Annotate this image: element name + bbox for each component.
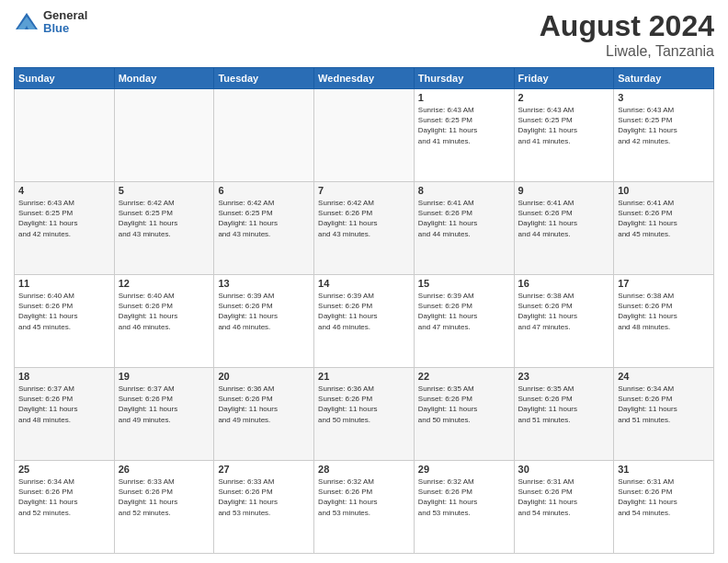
day-info: Sunrise: 6:35 AMSunset: 6:26 PMDaylight:… bbox=[518, 384, 610, 425]
header: General Blue August 2024 Liwale, Tanzani… bbox=[14, 9, 714, 60]
header-sunday: Sunday bbox=[15, 68, 115, 89]
table-row: 14Sunrise: 6:39 AMSunset: 6:26 PMDayligh… bbox=[314, 275, 415, 368]
header-friday: Friday bbox=[514, 68, 614, 89]
day-info: Sunrise: 6:37 AMSunset: 6:26 PMDaylight:… bbox=[18, 384, 110, 425]
day-number: 6 bbox=[218, 185, 310, 196]
day-info: Sunrise: 6:36 AMSunset: 6:26 PMDaylight:… bbox=[318, 384, 410, 425]
day-number: 5 bbox=[119, 185, 210, 196]
day-number: 9 bbox=[518, 185, 610, 196]
day-info: Sunrise: 6:37 AMSunset: 6:26 PMDaylight:… bbox=[119, 384, 210, 425]
day-number: 20 bbox=[218, 371, 310, 382]
day-info: Sunrise: 6:39 AMSunset: 6:26 PMDaylight:… bbox=[218, 291, 310, 332]
day-info: Sunrise: 6:42 AMSunset: 6:25 PMDaylight:… bbox=[218, 198, 310, 239]
day-number: 14 bbox=[318, 278, 410, 289]
day-info: Sunrise: 6:34 AMSunset: 6:26 PMDaylight:… bbox=[618, 384, 710, 425]
title-month: August 2024 bbox=[540, 9, 714, 43]
table-row: 9Sunrise: 6:41 AMSunset: 6:26 PMDaylight… bbox=[514, 182, 614, 275]
table-row: 23Sunrise: 6:35 AMSunset: 6:26 PMDayligh… bbox=[514, 368, 614, 461]
calendar-week-row: 18Sunrise: 6:37 AMSunset: 6:26 PMDayligh… bbox=[15, 368, 714, 461]
day-info: Sunrise: 6:42 AMSunset: 6:26 PMDaylight:… bbox=[318, 198, 410, 239]
table-row: 24Sunrise: 6:34 AMSunset: 6:26 PMDayligh… bbox=[614, 368, 714, 461]
logo-text: General Blue bbox=[43, 9, 87, 36]
calendar-header-row: Sunday Monday Tuesday Wednesday Thursday… bbox=[15, 68, 714, 89]
day-number: 11 bbox=[18, 278, 110, 289]
header-tuesday: Tuesday bbox=[214, 68, 314, 89]
table-row: 20Sunrise: 6:36 AMSunset: 6:26 PMDayligh… bbox=[214, 368, 314, 461]
day-number: 22 bbox=[418, 371, 510, 382]
table-row: 3Sunrise: 6:43 AMSunset: 6:25 PMDaylight… bbox=[614, 89, 714, 182]
day-info: Sunrise: 6:42 AMSunset: 6:25 PMDaylight:… bbox=[119, 198, 210, 239]
table-row: 2Sunrise: 6:43 AMSunset: 6:25 PMDaylight… bbox=[514, 89, 614, 182]
calendar-week-row: 25Sunrise: 6:34 AMSunset: 6:26 PMDayligh… bbox=[15, 461, 714, 554]
day-number: 19 bbox=[119, 371, 210, 382]
day-info: Sunrise: 6:36 AMSunset: 6:26 PMDaylight:… bbox=[218, 384, 310, 425]
table-row: 5Sunrise: 6:42 AMSunset: 6:25 PMDaylight… bbox=[114, 182, 214, 275]
day-info: Sunrise: 6:32 AMSunset: 6:26 PMDaylight:… bbox=[318, 477, 410, 518]
table-row: 10Sunrise: 6:41 AMSunset: 6:26 PMDayligh… bbox=[614, 182, 714, 275]
table-row: 17Sunrise: 6:38 AMSunset: 6:26 PMDayligh… bbox=[614, 275, 714, 368]
day-number: 4 bbox=[18, 185, 110, 196]
day-number: 27 bbox=[218, 464, 310, 475]
day-number: 17 bbox=[618, 278, 710, 289]
table-row: 11Sunrise: 6:40 AMSunset: 6:26 PMDayligh… bbox=[15, 275, 115, 368]
table-row: 29Sunrise: 6:32 AMSunset: 6:26 PMDayligh… bbox=[414, 461, 514, 554]
table-row: 6Sunrise: 6:42 AMSunset: 6:25 PMDaylight… bbox=[214, 182, 314, 275]
day-number: 1 bbox=[418, 92, 510, 103]
day-info: Sunrise: 6:34 AMSunset: 6:26 PMDaylight:… bbox=[18, 477, 110, 518]
table-row: 26Sunrise: 6:33 AMSunset: 6:26 PMDayligh… bbox=[114, 461, 214, 554]
day-info: Sunrise: 6:39 AMSunset: 6:26 PMDaylight:… bbox=[318, 291, 410, 332]
calendar-week-row: 4Sunrise: 6:43 AMSunset: 6:25 PMDaylight… bbox=[15, 182, 714, 275]
table-row: 4Sunrise: 6:43 AMSunset: 6:25 PMDaylight… bbox=[15, 182, 115, 275]
table-row: 22Sunrise: 6:35 AMSunset: 6:26 PMDayligh… bbox=[414, 368, 514, 461]
day-info: Sunrise: 6:39 AMSunset: 6:26 PMDaylight:… bbox=[418, 291, 510, 332]
day-info: Sunrise: 6:41 AMSunset: 6:26 PMDaylight:… bbox=[518, 198, 610, 239]
calendar-table: Sunday Monday Tuesday Wednesday Thursday… bbox=[14, 67, 714, 554]
day-info: Sunrise: 6:33 AMSunset: 6:26 PMDaylight:… bbox=[218, 477, 310, 518]
day-info: Sunrise: 6:31 AMSunset: 6:26 PMDaylight:… bbox=[518, 477, 610, 518]
table-row: 21Sunrise: 6:36 AMSunset: 6:26 PMDayligh… bbox=[314, 368, 415, 461]
calendar-week-row: 11Sunrise: 6:40 AMSunset: 6:26 PMDayligh… bbox=[15, 275, 714, 368]
day-info: Sunrise: 6:35 AMSunset: 6:26 PMDaylight:… bbox=[418, 384, 510, 425]
day-number: 3 bbox=[618, 92, 710, 103]
day-number: 16 bbox=[518, 278, 610, 289]
day-number: 8 bbox=[418, 185, 510, 196]
page: General Blue August 2024 Liwale, Tanzani… bbox=[0, 0, 728, 563]
table-row: 13Sunrise: 6:39 AMSunset: 6:26 PMDayligh… bbox=[214, 275, 314, 368]
table-row: 19Sunrise: 6:37 AMSunset: 6:26 PMDayligh… bbox=[114, 368, 214, 461]
day-number: 31 bbox=[618, 464, 710, 475]
day-number: 12 bbox=[119, 278, 210, 289]
table-row: 28Sunrise: 6:32 AMSunset: 6:26 PMDayligh… bbox=[314, 461, 415, 554]
header-wednesday: Wednesday bbox=[314, 68, 415, 89]
day-info: Sunrise: 6:32 AMSunset: 6:26 PMDaylight:… bbox=[418, 477, 510, 518]
table-row bbox=[214, 89, 314, 182]
table-row bbox=[114, 89, 214, 182]
table-row bbox=[314, 89, 415, 182]
day-number: 28 bbox=[318, 464, 410, 475]
day-info: Sunrise: 6:38 AMSunset: 6:26 PMDaylight:… bbox=[618, 291, 710, 332]
day-info: Sunrise: 6:43 AMSunset: 6:25 PMDaylight:… bbox=[518, 105, 610, 146]
day-info: Sunrise: 6:43 AMSunset: 6:25 PMDaylight:… bbox=[418, 105, 510, 146]
table-row: 8Sunrise: 6:41 AMSunset: 6:26 PMDaylight… bbox=[414, 182, 514, 275]
day-number: 13 bbox=[218, 278, 310, 289]
day-number: 29 bbox=[418, 464, 510, 475]
table-row bbox=[15, 89, 115, 182]
logo-icon bbox=[14, 9, 40, 35]
table-row: 1Sunrise: 6:43 AMSunset: 6:25 PMDaylight… bbox=[414, 89, 514, 182]
table-row: 16Sunrise: 6:38 AMSunset: 6:26 PMDayligh… bbox=[514, 275, 614, 368]
day-info: Sunrise: 6:43 AMSunset: 6:25 PMDaylight:… bbox=[618, 105, 710, 146]
table-row: 27Sunrise: 6:33 AMSunset: 6:26 PMDayligh… bbox=[214, 461, 314, 554]
header-saturday: Saturday bbox=[614, 68, 714, 89]
header-monday: Monday bbox=[114, 68, 214, 89]
title-location: Liwale, Tanzania bbox=[540, 43, 714, 60]
day-number: 21 bbox=[318, 371, 410, 382]
logo-blue-label: Blue bbox=[43, 22, 87, 35]
table-row: 15Sunrise: 6:39 AMSunset: 6:26 PMDayligh… bbox=[414, 275, 514, 368]
header-thursday: Thursday bbox=[414, 68, 514, 89]
logo-general-label: General bbox=[43, 9, 87, 22]
day-number: 2 bbox=[518, 92, 610, 103]
table-row: 30Sunrise: 6:31 AMSunset: 6:26 PMDayligh… bbox=[514, 461, 614, 554]
day-info: Sunrise: 6:31 AMSunset: 6:26 PMDaylight:… bbox=[618, 477, 710, 518]
day-number: 26 bbox=[119, 464, 210, 475]
table-row: 18Sunrise: 6:37 AMSunset: 6:26 PMDayligh… bbox=[15, 368, 115, 461]
day-info: Sunrise: 6:40 AMSunset: 6:26 PMDaylight:… bbox=[18, 291, 110, 332]
